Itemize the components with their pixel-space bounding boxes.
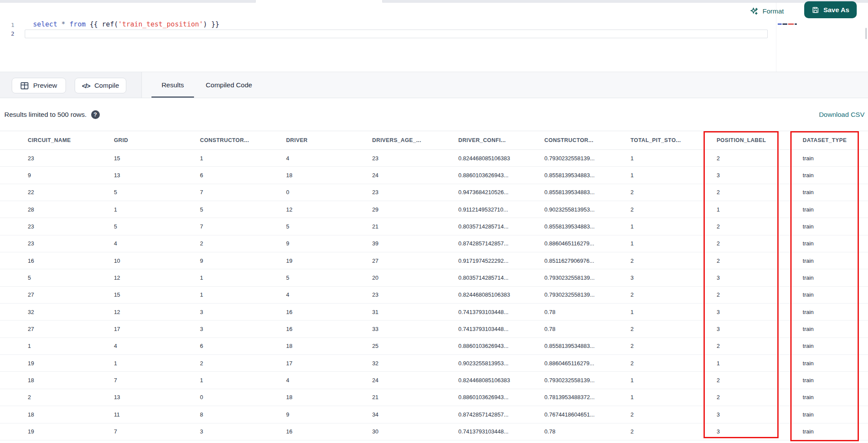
sql-star: * (61, 20, 65, 28)
table-cell: 12 (114, 309, 200, 315)
table-cell: 2 (28, 394, 114, 400)
table-cell: 2 (631, 428, 717, 435)
table-cell: 5 (286, 223, 372, 230)
table-cell: 10 (114, 258, 200, 264)
table-cell: 2 (717, 394, 802, 400)
table-cell: train (803, 377, 868, 383)
table-icon (20, 82, 29, 89)
results-table: CIRCUIT_NAMEGRIDCONSTRUCTOR...DRIVERDRIV… (0, 131, 868, 443)
table-cell: 23 (28, 155, 114, 162)
column-header[interactable]: CIRCUIT_NAME (28, 137, 114, 143)
table-cell: 2 (717, 240, 802, 247)
table-cell: train (803, 343, 868, 349)
column-header[interactable]: CONSTRUCTOR... (200, 137, 286, 143)
table-cell: 27 (28, 326, 114, 332)
table-cell: 5 (28, 274, 114, 281)
table-cell: 9 (200, 258, 286, 264)
action-bar: Preview </> Compile Results Compiled Cod… (0, 72, 868, 98)
table-cell: 33 (372, 326, 458, 332)
table-cell: 0.8035714285714... (458, 223, 544, 230)
editor-minimap[interactable] (778, 23, 797, 25)
column-header[interactable]: TOTAL_PIT_STO... (631, 137, 717, 143)
preview-button[interactable]: Preview (12, 78, 66, 93)
table-row: 14618250.8860103626943...0.8558139534883… (0, 338, 868, 355)
active-file-tab[interactable] (255, 0, 383, 3)
table-cell: 1 (200, 291, 286, 298)
table-cell: 19 (28, 428, 114, 435)
table-cell: train (803, 428, 868, 435)
save-as-button[interactable]: Save As (804, 1, 857, 18)
table-cell: 0.9112149532710... (458, 206, 544, 213)
table-cell: 24 (372, 172, 458, 179)
table-row: 23575210.8035714285714...0.8558139534883… (0, 218, 868, 235)
table-cell: 0.9171974522292... (458, 258, 544, 264)
table-cell: train (803, 291, 868, 298)
help-icon[interactable]: ? (91, 110, 100, 119)
table-cell: 23 (28, 240, 114, 247)
table-cell: 2 (631, 343, 717, 349)
table-cell: 0.8558139534883... (544, 189, 630, 195)
table-cell: 7 (200, 223, 286, 230)
table-cell: 19 (28, 360, 114, 367)
tab-compiled-code[interactable]: Compiled Code (197, 72, 260, 98)
table-cell: 17 (114, 326, 200, 332)
editor-scrollbar[interactable] (865, 28, 867, 39)
table-cell: 4 (286, 291, 372, 298)
code-line-1[interactable]: select * from {{ ref('train_test_positio… (33, 20, 219, 28)
column-header[interactable]: CONSTRUCTOR... (544, 137, 630, 143)
column-header[interactable]: DRIVERS_AGE_... (372, 137, 458, 143)
column-header[interactable]: GRID (114, 137, 200, 143)
compile-button[interactable]: </> Compile (75, 78, 126, 93)
table-row: 23429390.8742857142857...0.8860465116279… (0, 235, 868, 252)
column-header[interactable]: DATASET_TYPE (803, 137, 868, 143)
table-cell: 1 (200, 155, 286, 162)
table-cell: 0.7413793103448... (458, 309, 544, 315)
sql-editor[interactable]: 1 2 select * from {{ ref('train_test_pos… (0, 3, 868, 72)
table-row: 197316300.7413793103448...0.7823train (0, 423, 868, 440)
table-cell: 1 (717, 360, 802, 367)
table-cell: 2 (717, 155, 802, 162)
format-button[interactable]: Format (750, 7, 784, 16)
results-info-bar: Results limited to 500 rows. ? Download … (0, 98, 868, 131)
table-cell: 1 (631, 309, 717, 315)
active-line-highlight[interactable] (25, 30, 768, 38)
table-cell: 0.7930232558139... (544, 291, 630, 298)
table-cell: 0.8742857142857... (458, 411, 544, 418)
table-row: 22570230.9473684210526...0.8558139534883… (0, 184, 868, 201)
table-cell: 9 (28, 172, 114, 179)
line-number-1: 1 (3, 22, 14, 28)
table-cell: 23 (372, 155, 458, 162)
compile-label: Compile (94, 82, 119, 89)
table-cell: 20 (372, 274, 458, 281)
preview-label: Preview (33, 82, 57, 89)
column-header[interactable]: DRIVER (286, 137, 372, 143)
column-header[interactable]: DRIVER_CONFI... (458, 137, 544, 143)
table-row: 3212316310.7413793103448...0.7813train (0, 304, 868, 321)
table-cell: 18 (28, 411, 114, 418)
table-row: 231514230.8244680851063830.7930232558139… (0, 150, 868, 167)
table-cell: 0.8860103626943... (458, 172, 544, 179)
table-cell: train (803, 258, 868, 264)
table-cell: 4 (286, 377, 372, 383)
table-cell: 32 (372, 360, 458, 367)
download-csv-link[interactable]: Download CSV (819, 111, 865, 119)
table-cell: 2 (631, 258, 717, 264)
table-cell: 0.8860465116279... (544, 360, 630, 367)
table-cell: 0.8558139534883... (544, 343, 630, 349)
table-cell: 19 (286, 258, 372, 264)
model-string: 'train_test_position' (118, 20, 203, 28)
file-tab-strip[interactable] (0, 0, 868, 3)
table-cell: 3 (717, 172, 802, 179)
table-cell: 27 (28, 291, 114, 298)
table-cell: 2 (200, 240, 286, 247)
table-cell: 0.824468085106383 (458, 377, 544, 383)
table-cell: 15 (114, 155, 200, 162)
table-cell: 6 (200, 343, 286, 349)
table-cell: 0.7930232558139... (544, 274, 630, 281)
table-cell: 5 (114, 223, 200, 230)
tab-results[interactable]: Results (151, 72, 194, 98)
column-header[interactable]: POSITION_LABEL (717, 137, 802, 143)
table-cell: 2 (631, 360, 717, 367)
save-as-label: Save As (823, 6, 849, 14)
table-cell: 9 (286, 411, 372, 418)
